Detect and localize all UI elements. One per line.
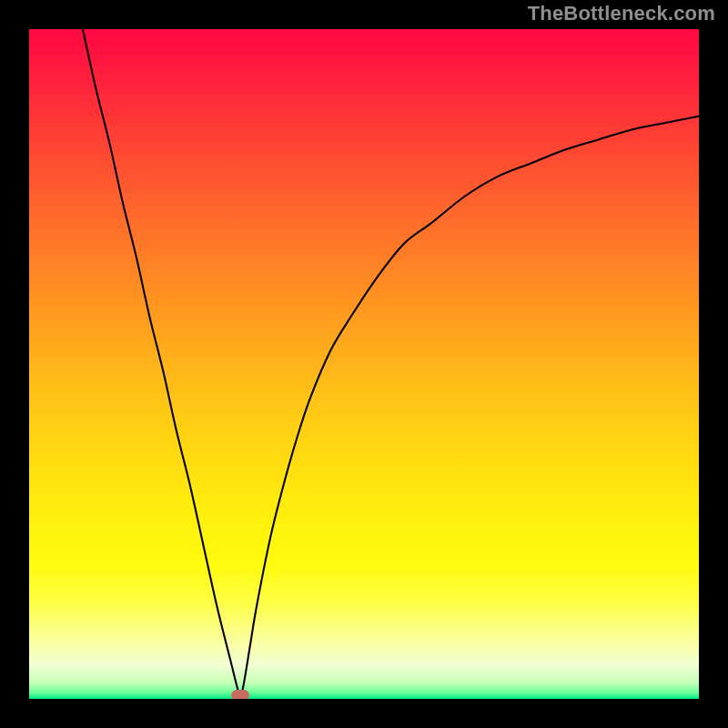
chart-frame: TheBottleneck.com: [0, 0, 728, 728]
plot-area: [29, 29, 699, 699]
bottleneck-curve: [83, 29, 699, 695]
optimal-marker: [231, 690, 249, 699]
curve-svg: [29, 29, 699, 699]
watermark-text: TheBottleneck.com: [528, 2, 715, 25]
